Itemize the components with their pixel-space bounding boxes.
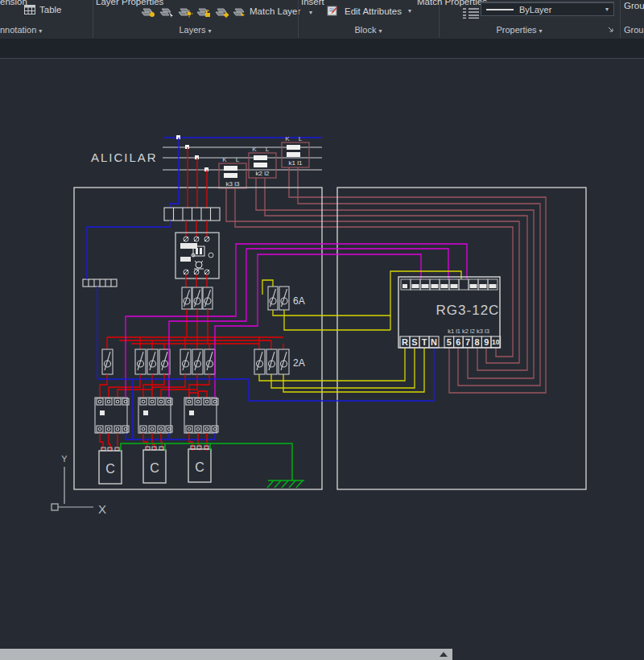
table-button[interactable]: Table bbox=[24, 5, 62, 14]
phase-distribution-wires bbox=[107, 309, 283, 349]
scrollbar-arrow-icon[interactable] bbox=[440, 652, 448, 657]
contactor-2 bbox=[138, 398, 172, 433]
linetype-combo-arrow: ▾ bbox=[605, 6, 609, 13]
relay-name: RG3-12C bbox=[436, 303, 500, 318]
properties-panel-label[interactable]: Properties▾ bbox=[439, 25, 600, 35]
test-lamp-symbol bbox=[194, 261, 204, 269]
relay-terminal-labels: R S T N 5 6 7 8 9 10 bbox=[402, 337, 500, 347]
svg-text:5: 5 bbox=[447, 337, 452, 347]
ct2-secondary-label: k2 l2 bbox=[256, 170, 270, 177]
ct1-k-label: K bbox=[285, 135, 290, 142]
layer-thaw-icon[interactable] bbox=[177, 5, 193, 18]
drawing-canvas[interactable]: ALICILAR K L k1 l1 K L bbox=[0, 59, 644, 660]
match-layer-button[interactable]: Match Layer bbox=[233, 6, 300, 17]
relay-ct-row-label: k1 l1 k2 l2 k3 l3 bbox=[448, 328, 489, 335]
dimension-label-fragment: ension bbox=[0, 0, 27, 6]
svg-text:7: 7 bbox=[465, 337, 470, 347]
contactors bbox=[95, 398, 218, 433]
panel-launcher-icon[interactable] bbox=[607, 26, 615, 34]
block-panel-arrow: ▾ bbox=[378, 27, 382, 35]
edit-attributes-arrow: ▾ bbox=[408, 7, 411, 14]
horizontal-scrollbar[interactable] bbox=[0, 649, 452, 660]
insert-button[interactable]: Insert bbox=[301, 0, 324, 6]
edit-attributes-icon bbox=[327, 5, 341, 17]
edit-attributes-button[interactable]: Edit Attributes ▾ bbox=[327, 5, 411, 17]
branch-breakers: 2A bbox=[102, 349, 305, 374]
svg-text:T: T bbox=[422, 337, 427, 347]
svg-text:N: N bbox=[431, 337, 437, 347]
capacitor-2-label: C bbox=[150, 461, 159, 475]
schematic: ALICILAR K L k1 l1 K L bbox=[0, 59, 644, 660]
match-layer-label: Match Layer bbox=[250, 6, 300, 16]
contactor-3 bbox=[184, 398, 218, 433]
layer-properties-button[interactable]: Layer Properties bbox=[96, 0, 142, 7]
svg-text:6: 6 bbox=[456, 337, 460, 347]
autocad-window: ension Table nnotation▾ Layer Properties bbox=[0, 0, 644, 660]
layers-panel-text: Layers bbox=[179, 25, 205, 35]
block-panel-text: Block bbox=[355, 25, 377, 35]
breaker-2a-label: 2A bbox=[293, 357, 305, 369]
layers-panel-label[interactable]: Layers▾ bbox=[93, 25, 298, 35]
linetype-value: ByLayer bbox=[519, 5, 605, 14]
layer-isolate-icon[interactable] bbox=[214, 5, 230, 18]
current-transformer-1: K L k1 l1 bbox=[282, 135, 309, 167]
annotation-panel-arrow: ▾ bbox=[39, 27, 42, 35]
panel-separator bbox=[620, 0, 621, 38]
control-breaker-6a: 6A bbox=[268, 287, 305, 310]
terminal-block-top bbox=[164, 208, 220, 221]
terminal-strip-left bbox=[83, 279, 117, 287]
contactor-1 bbox=[95, 398, 129, 433]
ct2-k-label: K bbox=[252, 146, 257, 153]
match-properties-icon[interactable] bbox=[463, 7, 479, 19]
table-button-label: Table bbox=[39, 5, 62, 14]
ribbon: ension Table nnotation▾ Layer Properties bbox=[0, 0, 644, 39]
block-panel-label[interactable]: Block▾ bbox=[298, 25, 439, 35]
ct3-secondary-label: k3 l3 bbox=[226, 180, 240, 188]
ct3-k-label: K bbox=[222, 156, 227, 163]
panel-enclosure-right bbox=[337, 188, 586, 489]
main-switch bbox=[175, 221, 219, 287]
ct1-secondary-label: k1 l1 bbox=[289, 159, 303, 167]
current-transformer-3: K L k3 l3 bbox=[219, 156, 246, 188]
annotation-panel-label[interactable]: nnotation▾ bbox=[0, 25, 42, 35]
capacitor-1-label: C bbox=[105, 462, 115, 476]
ct3-l-label: L bbox=[236, 156, 240, 163]
groups-panel-label[interactable]: Group bbox=[624, 25, 644, 35]
contactor-feed-wires bbox=[100, 374, 209, 398]
linetype-combo[interactable]: ByLayer ▾ bbox=[481, 2, 614, 16]
annotation-panel-text: nnotation bbox=[0, 25, 36, 35]
layers-panel-arrow: ▾ bbox=[208, 27, 212, 35]
ct1-l-label: L bbox=[299, 135, 303, 142]
edit-attributes-label: Edit Attributes bbox=[345, 6, 402, 16]
power-factor-relay: RG3-12C k1 l1 k2 l2 k3 l3 R S T N 5 6 7 … bbox=[398, 277, 501, 348]
bus-tap-dots bbox=[176, 135, 208, 171]
properties-panel-text: Properties bbox=[496, 25, 536, 35]
match-properties-button[interactable]: Match Properties bbox=[417, 0, 464, 7]
coil-control-wires bbox=[126, 244, 467, 398]
layer-on-icon[interactable] bbox=[140, 5, 156, 18]
capacitor-3-label: C bbox=[195, 460, 204, 474]
group-button[interactable]: Group bbox=[624, 1, 644, 10]
layer-freeze-icon[interactable] bbox=[159, 5, 175, 18]
svg-text:8: 8 bbox=[475, 337, 480, 347]
insert-dropdown-arrow[interactable]: ▾ bbox=[309, 9, 312, 16]
current-transformer-2: K L k2 l2 bbox=[249, 146, 276, 178]
ribbon-lower-band bbox=[0, 39, 644, 58]
ucs-x-label: X bbox=[98, 502, 106, 516]
properties-panel-arrow: ▾ bbox=[539, 27, 543, 35]
drawing-title: ALICILAR bbox=[91, 151, 158, 164]
capacitor-bank: C C C bbox=[99, 446, 211, 484]
breaker-6a-label: 6A bbox=[293, 295, 305, 307]
ct2-l-label: L bbox=[266, 146, 270, 153]
layer-unlock-icon[interactable] bbox=[196, 5, 212, 18]
match-layer-icon bbox=[233, 6, 246, 17]
main-breaker-3p bbox=[182, 287, 213, 309]
bylayer-line-icon bbox=[486, 9, 514, 10]
table-icon bbox=[24, 5, 35, 14]
ucs-icon: Y X bbox=[52, 454, 106, 516]
ucs-y-label: Y bbox=[61, 454, 68, 464]
ground-symbol bbox=[267, 481, 304, 488]
svg-text:S: S bbox=[411, 337, 417, 347]
svg-text:9: 9 bbox=[484, 337, 489, 347]
svg-text:10: 10 bbox=[492, 338, 500, 346]
